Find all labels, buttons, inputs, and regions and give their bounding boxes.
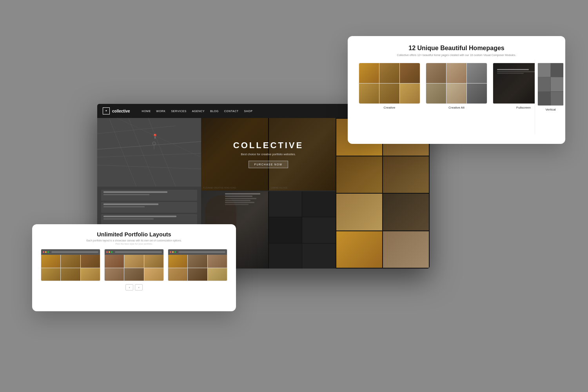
card-right-hint: Vertical — [535, 60, 565, 134]
map-pin: 📍 — [152, 134, 158, 139]
portfolio-title: Unlimited Portfolio Layouts — [41, 231, 227, 238]
project-item-1 — [101, 190, 197, 201]
nav-link-contact[interactable]: CONTACT — [224, 110, 239, 113]
svg-line-1 — [97, 153, 201, 157]
portfolio-subtitle: Each portfolio layout is a showcase canv… — [41, 239, 227, 242]
portfolio-preview-2[interactable] — [104, 249, 164, 281]
homepages-title: 12 Unique Beautiful Homepages — [359, 45, 554, 52]
right-cell-6 — [383, 194, 429, 230]
map-svg — [97, 118, 201, 187]
right-cell-8 — [383, 231, 429, 268]
card-portfolio: Unlimited Portfolio Layouts Each portfol… — [32, 224, 236, 311]
right-cell-5 — [336, 194, 382, 230]
nav-link-services[interactable]: SERVICES — [171, 110, 186, 113]
portfolio-pick-text: Pick the best style for your portfolio. — [41, 243, 227, 245]
svg-line-0 — [97, 142, 201, 149]
preview-creative[interactable]: Creative — [359, 63, 420, 109]
portfolio-previews-row — [41, 249, 227, 281]
svg-line-7 — [117, 118, 201, 157]
nav-link-agency[interactable]: AGENCY — [192, 110, 205, 113]
svg-line-6 — [97, 165, 201, 169]
partial-thumb — [537, 63, 564, 106]
pagination-prev[interactable]: ‹ — [125, 284, 133, 290]
grid-cell-4 — [269, 191, 336, 269]
nav-logo-text: collective — [112, 109, 130, 113]
partial-label: Vertical — [537, 108, 564, 111]
nav-link-home[interactable]: HOME — [142, 110, 151, 113]
portfolio-pagination: ‹ › — [41, 284, 227, 290]
preview-creative-alt[interactable]: Creative Alt — [426, 63, 487, 109]
homepages-subtitle: Collective offers 12+ beautiful home pag… — [359, 54, 554, 56]
nav-link-work[interactable]: WORK — [156, 110, 166, 113]
preview-thumb-creative-alt — [426, 63, 487, 104]
svg-line-4 — [148, 118, 176, 187]
portfolio-thumb-3 — [168, 249, 227, 281]
map-area: 📍 — [97, 118, 201, 187]
hero-subtitle: Best choice for creative portfolio websi… — [241, 152, 296, 156]
project-item-3 — [101, 214, 197, 225]
nav-logo-icon: ✦ — [103, 107, 110, 114]
hero-section: COLLECTIVE Best choice for creative port… — [201, 118, 336, 191]
right-cell-7 — [336, 231, 382, 268]
preview-label-creative: Creative — [359, 106, 420, 109]
portfolio-thumb-2 — [104, 249, 164, 281]
preview-label-creative-alt: Creative Alt — [426, 106, 487, 109]
right-cell-3 — [336, 156, 382, 193]
preview-thumb-creative — [359, 63, 420, 104]
nav-link-shop[interactable]: SHOP — [244, 110, 252, 113]
svg-line-2 — [109, 118, 136, 187]
right-cell-4 — [383, 156, 429, 193]
homepage-previews-row: Creative Creative Alt — [359, 63, 554, 109]
portfolio-preview-1[interactable] — [41, 249, 100, 281]
nav-link-blog[interactable]: BLOG — [210, 110, 218, 113]
portfolio-preview-3[interactable] — [168, 249, 227, 281]
nav-links: HOME WORK SERVICES AGENCY BLOG CONTACT S… — [142, 110, 253, 113]
card-homepages: 12 Unique Beautiful Homepages Collective… — [348, 36, 565, 144]
pagination-next[interactable]: › — [135, 284, 143, 290]
hero-title: COLLECTIVE — [233, 140, 303, 151]
portfolio-thumb-1 — [41, 249, 100, 281]
purchase-button[interactable]: PURCHASE NOW — [249, 161, 289, 168]
project-item-2 — [101, 202, 197, 213]
